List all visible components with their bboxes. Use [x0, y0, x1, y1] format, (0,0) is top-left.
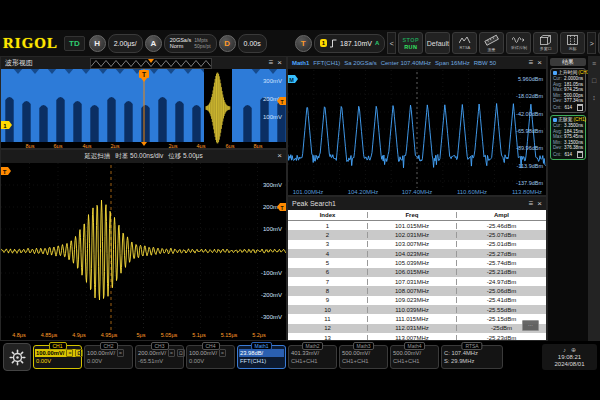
measure-button[interactable]: 测量: [479, 32, 504, 54]
menu-icon[interactable]: ≡: [529, 199, 534, 209]
channel-card-ch4[interactable]: CH4100.00mV/=0.00V: [186, 345, 235, 369]
close-icon[interactable]: ×: [537, 58, 542, 68]
peak-search-table[interactable]: IndexFreqAmpl1101.015MHz-25.46dBm2102.03…: [288, 210, 546, 340]
run-stop-button[interactable]: STOP RUN: [398, 32, 423, 54]
delete-measure-icon[interactable]: [577, 151, 583, 158]
delayed-sweep-title: 延迟扫描: [84, 152, 110, 161]
channel-scale-value: C: 107.4MHz: [444, 349, 478, 357]
toolbar-next-icon[interactable]: >: [587, 32, 596, 54]
coupling-icon: =: [66, 349, 73, 357]
table-row[interactable]: 13113.007MHz-25.23dBm: [288, 333, 546, 340]
table-row[interactable]: 7107.031MHz-24.97dBm: [288, 277, 546, 286]
menu-icon[interactable]: ≡: [529, 58, 534, 68]
peak-search-title: Peak Search1: [292, 200, 336, 207]
ruler-icon: [484, 34, 499, 46]
channel-tab-label: CH1: [48, 342, 66, 350]
svg-text:5.05μs: 5.05μs: [161, 332, 178, 338]
svg-text:-42.00dBm: -42.00dBm: [516, 111, 543, 117]
multi-window-button[interactable]: 多窗口: [533, 32, 558, 54]
channel-card-math1[interactable]: Math123.98dB/FFT(CH1): [237, 345, 286, 369]
acquire-box[interactable]: 20GSa/s Norm 1Mpts 50ps/pt: [164, 34, 217, 53]
channel-card-ch1[interactable]: CH1100.00mV/=Ω0.00V: [33, 345, 82, 369]
trigger-mode-badge[interactable]: TD: [64, 36, 85, 51]
channel-offset-value: CH1+CH1: [289, 357, 336, 365]
table-row[interactable]: 6106.015MHz-25.21dBm: [288, 268, 546, 277]
keyboard-icon[interactable]: ⋯: [522, 320, 539, 331]
channel-card-math2[interactable]: Math2401.33mV/CH1+CH1: [288, 345, 337, 369]
table-row[interactable]: 3103.007MHz-25.01dBm: [288, 240, 546, 249]
measure-label: 测量: [488, 47, 496, 52]
settings-button[interactable]: [3, 343, 31, 371]
sample-control-button[interactable]: 采样控制: [506, 32, 531, 54]
stop-label: STOP: [402, 37, 419, 43]
channel-card-rtsa[interactable]: RTSAC: 107.4MHzS: 29.9MHz: [441, 345, 503, 369]
channel-scale-value: 401.33mV/: [291, 349, 319, 357]
trigger-box[interactable]: 1 187.10mV A: [314, 34, 386, 53]
acquire-knob[interactable]: A: [145, 35, 162, 52]
waveform-nav-strip[interactable]: [90, 58, 212, 69]
delay-knob[interactable]: D: [219, 35, 236, 52]
measurement-icon: [553, 118, 557, 122]
table-row[interactable]: 5105.039MHz-25.74dBm: [288, 258, 546, 267]
strip-icon-2[interactable]: ↕: [592, 94, 596, 102]
horizontal-knob[interactable]: H: [89, 35, 106, 52]
strip-icon-0[interactable]: ≡: [592, 60, 596, 68]
svg-text:107.40MHz: 107.40MHz: [402, 189, 433, 195]
stat-label: Cnt:: [553, 152, 561, 158]
clock-box[interactable]: ♪⊕ 19:08:21 2024/08/01: [542, 344, 597, 370]
fft-sample-rate: Sa 20GSa/s: [344, 60, 376, 66]
channel-card-math4[interactable]: Math4500.00mV/CH1+CH1: [390, 345, 439, 369]
channel-scale-value: 500.00mV/: [393, 349, 421, 357]
close-icon[interactable]: ×: [537, 199, 542, 209]
table-row[interactable]: 8108.007MHz-25.06dBm: [288, 286, 546, 295]
toolbar-prev-icon[interactable]: <: [387, 32, 396, 54]
close-icon[interactable]: ×: [277, 151, 282, 161]
fft-header: Math1 FFT(CH1) Sa 20GSa/s Center 107.40M…: [288, 57, 546, 69]
impedance-icon: Ω: [75, 349, 83, 357]
table-row[interactable]: 4104.023MHz-25.27dBm: [288, 249, 546, 258]
resolution: 50ps/pt: [194, 43, 210, 49]
delayed-sweep-offset: 位移 5.00μs: [168, 152, 202, 161]
multi-window-label: 多窗口: [540, 46, 552, 51]
svg-text:5.960dBm: 5.960dBm: [518, 76, 543, 82]
column-header: Freq: [368, 212, 457, 218]
timebase-box[interactable]: 2.00μs/: [108, 34, 143, 53]
table-cell: 13: [288, 335, 368, 340]
stat-label: Dev:: [553, 145, 562, 151]
default-button[interactable]: Default: [425, 32, 450, 54]
table-row[interactable]: 12112.031MHz-25dBm: [288, 324, 546, 333]
svg-text:8μs: 8μs: [254, 143, 263, 149]
menu-icon[interactable]: ≡: [269, 58, 274, 68]
close-icon[interactable]: ×: [277, 58, 282, 68]
table-row[interactable]: 10110.039MHz-25.55dBm: [288, 305, 546, 314]
channel-card-ch2[interactable]: CH2100.00mV/=0.00V: [84, 345, 133, 369]
measurement-card[interactable]: 上升时间(CH1)Cur:2.0000nsAvg:181.05nsMax:974…: [550, 68, 586, 113]
table-cell: -25.21dBm: [457, 269, 546, 275]
table-row[interactable]: 1101.015MHz-25.46dBm: [288, 221, 546, 230]
channel-scale-value: 23.98dB/: [240, 349, 263, 357]
main-waveform-plot[interactable]: T1300mV200mV100mVT8μs6μs4μs2μs2μs4μs6μs8…: [1, 69, 286, 148]
svg-text:-100mV: -100mV: [261, 270, 282, 276]
fft-spectrum-plot[interactable]: M5.960dBm-18.02dBm-42.00dBm-65.98dBm-89.…: [288, 70, 546, 195]
table-row[interactable]: 2102.031MHz-25.07dBm: [288, 230, 546, 239]
channel-card-math3[interactable]: Math3500.00mV/CH1+CH1: [339, 345, 388, 369]
rtsa-button[interactable]: RTSA: [452, 32, 477, 54]
delete-measure-icon[interactable]: [577, 104, 583, 111]
table-row[interactable]: 9109.023MHz-25.41dBm: [288, 296, 546, 305]
cursor-button[interactable]: 光标: [560, 32, 585, 54]
channel-tab-label: CH3: [150, 342, 168, 350]
delay-box[interactable]: 0.00s: [238, 34, 267, 53]
table-cell: 106.015MHz: [368, 269, 457, 275]
svg-text:101.00MHz: 101.00MHz: [293, 189, 324, 195]
channel-card-ch3[interactable]: CH3200.00mV/=Ω-65.51mV: [135, 345, 184, 369]
svg-text:5.1μs: 5.1μs: [192, 332, 206, 338]
strip-icon-1[interactable]: □: [592, 77, 596, 85]
svg-text:5μs: 5μs: [137, 332, 146, 338]
table-cell: 110.039MHz: [368, 307, 457, 313]
zoom-waveform-plot[interactable]: T300mV200mV100mV-100mV-200mV-300mVT4.8μs…: [1, 163, 286, 340]
channel-offset-value: CH1+CH1: [391, 357, 438, 365]
trigger-knob[interactable]: T: [295, 35, 312, 52]
measurement-card[interactable]: 正脉宽(CH1)Cur:3.3500nsAvg:184.15nsMax:975.…: [550, 115, 586, 160]
table-row[interactable]: 11111.015MHz-25.15dBm: [288, 314, 546, 323]
channel-tab-label: CH2: [99, 342, 117, 350]
